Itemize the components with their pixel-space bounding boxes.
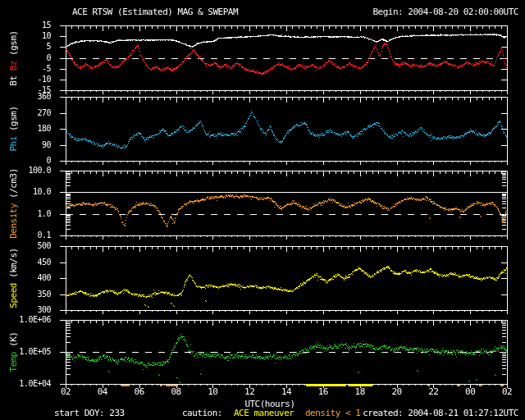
caution-maneuver-label: ACE maneuver [234, 408, 294, 418]
plot-title: ACE RTSW (Estimated) MAG & SWEPAM [72, 7, 238, 17]
plot-canvas [0, 0, 525, 420]
ace-rtsw-plot: ACE RTSW (Estimated) MAG & SWEPAM Begin:… [0, 0, 525, 420]
start-doy-label: start DOY: 233 [54, 408, 125, 418]
caution-label: caution: [182, 408, 222, 418]
created-timestamp: created: 2004-08-21 01:27:12UTC [363, 408, 518, 418]
plot-begin-time: Begin: 2004-08-20 02:00:00UTC [372, 7, 518, 17]
caution-density-label: density < 1 [305, 408, 360, 418]
